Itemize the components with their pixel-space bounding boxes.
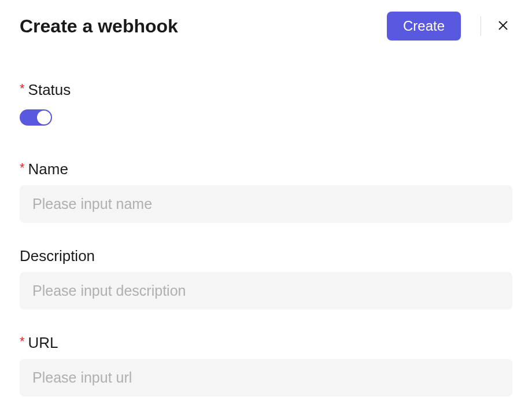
name-field-group: *Name — [20, 160, 512, 223]
url-label-text: URL — [28, 334, 58, 351]
name-input[interactable] — [20, 185, 512, 223]
description-label: Description — [20, 247, 512, 265]
description-field-group: Description — [20, 247, 512, 310]
description-input[interactable] — [20, 272, 512, 310]
close-icon — [496, 19, 510, 34]
required-asterisk-icon: * — [20, 334, 25, 348]
dialog-header: Create a webhook Create — [20, 12, 512, 41]
url-field-group: *URL We’ll send a POST request to the UR… — [20, 334, 512, 404]
close-button[interactable] — [494, 16, 512, 36]
status-label-text: Status — [28, 81, 71, 98]
status-label: *Status — [20, 81, 512, 99]
name-label-text: Name — [28, 160, 68, 178]
required-asterisk-icon: * — [20, 160, 25, 175]
url-label: *URL — [20, 334, 512, 352]
status-field-group: *Status — [20, 81, 512, 128]
name-label: *Name — [20, 160, 512, 178]
header-actions: Create — [387, 12, 512, 41]
toggle-thumb — [37, 111, 51, 124]
page-title: Create a webhook — [20, 16, 178, 37]
create-button[interactable]: Create — [387, 12, 461, 41]
status-toggle[interactable] — [20, 109, 52, 126]
description-label-text: Description — [20, 247, 95, 265]
url-input[interactable] — [20, 359, 512, 396]
vertical-divider — [481, 16, 481, 36]
required-asterisk-icon: * — [20, 81, 25, 96]
